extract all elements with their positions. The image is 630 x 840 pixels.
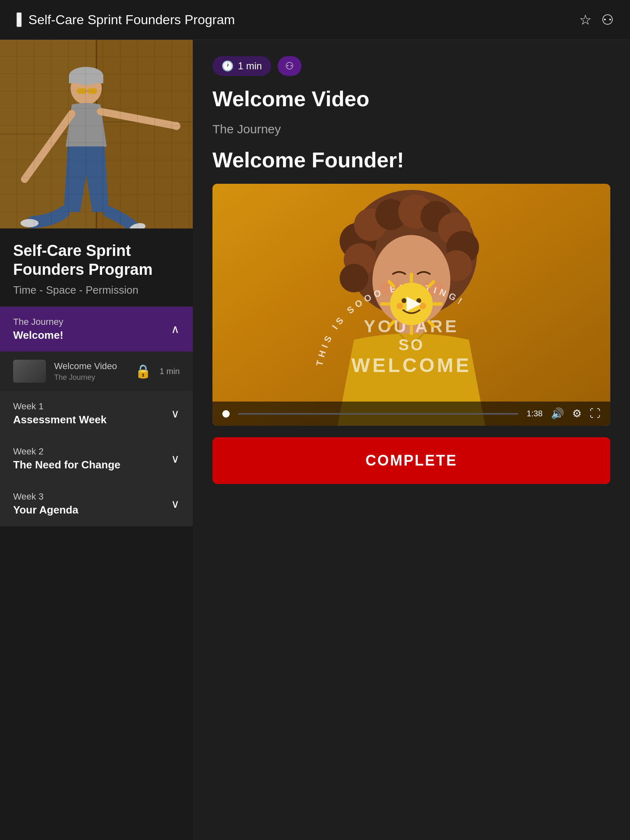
svg-point-25 [340, 264, 368, 292]
accordion-week3: Week 3 Your Agenda ∨ [0, 481, 193, 526]
video-player[interactable]: THIS IS SOOO EXCITING! [212, 184, 610, 426]
lock-icon: 🔒 [135, 363, 151, 379]
journey-title: Welcome! [13, 329, 63, 342]
svg-line-36 [429, 322, 434, 326]
chevron-down-week2-icon: ∨ [171, 452, 180, 466]
svg-point-7 [69, 67, 103, 85]
nav-title: Self-Care Sprint Founders Program [28, 12, 235, 27]
share-link-button[interactable]: ⚇ [601, 11, 614, 28]
content-meta: 🕐 1 min ⚇ [212, 56, 610, 76]
content-subtitle: The Journey [212, 122, 610, 136]
hero-image [0, 40, 193, 228]
video-item-row[interactable]: Welcome Video The Journey 🔒 1 min [0, 352, 193, 391]
video-duration: 1 min [160, 367, 180, 376]
progress-bar[interactable] [238, 413, 518, 415]
svg-rect-9 [77, 88, 86, 94]
content-title: Welcome Video [212, 87, 610, 111]
week3-title: Your Agenda [13, 504, 78, 516]
accordion-header-text-journey: The Journey Welcome! [13, 317, 63, 342]
svg-rect-2 [96, 40, 193, 228]
accordion-header-text-week3: Week 3 Your Agenda [13, 491, 78, 516]
nav-left: ‹ Self-Care Sprint Founders Program [16, 12, 235, 27]
svg-point-12 [172, 122, 180, 130]
accordion-header-journey[interactable]: The Journey Welcome! ∧ [0, 307, 193, 352]
nav-right: ☆ ⚇ [579, 11, 614, 28]
duration-badge: 🕐 1 min [212, 56, 271, 76]
time-display: 1:38 [527, 409, 543, 418]
svg-point-40 [402, 298, 406, 303]
hero-svg [0, 40, 193, 228]
week1-label: Week 1 [13, 401, 107, 412]
svg-line-37 [389, 322, 394, 326]
svg-line-38 [429, 282, 434, 286]
chevron-up-icon: ∧ [171, 322, 180, 336]
video-item-subtitle: The Journey [54, 373, 127, 382]
main-content: Self-Care Sprint Founders Program Time -… [0, 40, 630, 840]
accordion-header-week2[interactable]: Week 2 The Need for Change ∨ [0, 436, 193, 481]
video-thumbnail [13, 360, 46, 383]
welcome-text: WELCOME [212, 354, 610, 377]
week3-label: Week 3 [13, 491, 78, 502]
week1-title: Assessment Week [13, 413, 107, 426]
volume-icon[interactable]: 🔊 [551, 407, 564, 420]
accordion-header-text-week2: Week 2 The Need for Change [13, 446, 120, 471]
top-navigation: ‹ Self-Care Sprint Founders Program ☆ ⚇ [0, 0, 630, 40]
bookmark-button[interactable]: ☆ [579, 11, 591, 28]
accordion-header-week3[interactable]: Week 3 Your Agenda ∨ [0, 482, 193, 526]
settings-icon[interactable]: ⚙ [572, 407, 582, 420]
back-button[interactable]: ‹ [16, 12, 22, 27]
accordion-journey: The Journey Welcome! ∧ Welcome Video The… [0, 306, 193, 391]
week2-label: Week 2 [13, 446, 120, 457]
accordion-header-text-week1: Week 1 Assessment Week [13, 401, 107, 426]
svg-point-13 [21, 219, 39, 227]
svg-rect-0 [0, 40, 193, 228]
svg-rect-8 [69, 76, 103, 83]
accordion-week2: Week 2 The Need for Change ∨ [0, 436, 193, 481]
progress-indicator [222, 410, 230, 418]
video-item-title: Welcome Video [54, 361, 127, 372]
fullscreen-icon[interactable]: ⛶ [590, 407, 600, 420]
chevron-down-week1-icon: ∨ [171, 407, 180, 420]
program-subtitle: Time - Space - Permission [13, 284, 180, 297]
program-title: Self-Care Sprint Founders Program [13, 242, 180, 279]
sidebar-info: Self-Care Sprint Founders Program Time -… [0, 228, 193, 306]
svg-rect-1 [0, 40, 96, 228]
video-thumb-inner [13, 360, 46, 383]
welcome-heading: Welcome Founder! [212, 148, 610, 172]
video-controls: 1:38 🔊 ⚙ ⛶ [212, 402, 610, 426]
journey-label: The Journey [13, 317, 63, 327]
link-icon: ⚇ [285, 60, 294, 71]
so-text: SO [212, 336, 610, 354]
week2-title: The Need for Change [13, 459, 120, 471]
svg-line-35 [389, 282, 394, 286]
video-item-info: Welcome Video The Journey [54, 361, 127, 382]
sun-icon [379, 271, 444, 337]
accordion-week1: Week 1 Assessment Week ∨ [0, 391, 193, 436]
video-player-inner: THIS IS SOOO EXCITING! [212, 184, 610, 426]
svg-point-42 [397, 303, 403, 309]
sun-play-button[interactable] [379, 271, 444, 338]
link-button[interactable]: ⚇ [278, 56, 301, 76]
clock-icon: 🕐 [221, 60, 234, 72]
chevron-down-week3-icon: ∨ [171, 497, 180, 511]
svg-rect-10 [88, 88, 97, 94]
sidebar: Self-Care Sprint Founders Program Time -… [0, 40, 193, 840]
accordion-header-week1[interactable]: Week 1 Assessment Week ∨ [0, 391, 193, 436]
svg-point-6 [71, 72, 102, 105]
duration-text: 1 min [238, 60, 262, 72]
complete-button[interactable]: COMPLETE [212, 437, 610, 484]
svg-point-14 [128, 221, 146, 228]
right-content: 🕐 1 min ⚇ Welcome Video The Journey Welc… [193, 40, 630, 840]
